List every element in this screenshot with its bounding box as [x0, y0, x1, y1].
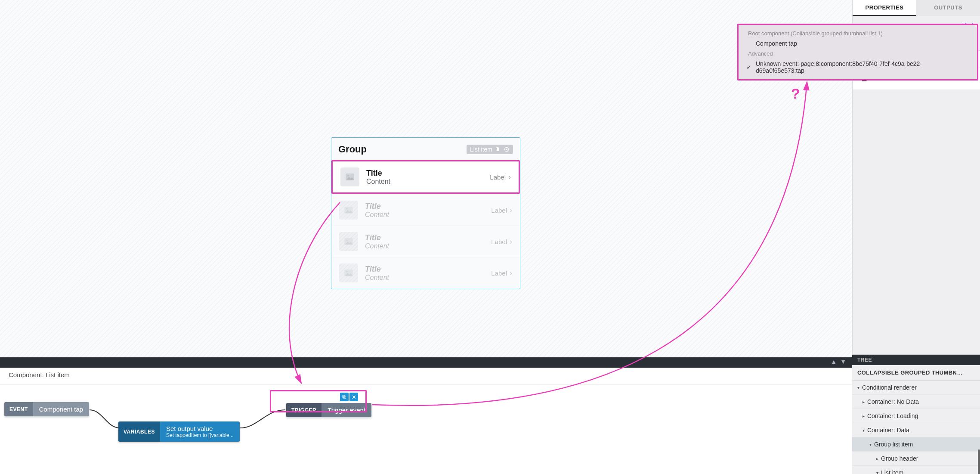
- group-title: Group: [338, 144, 367, 155]
- list-item-text: Title Content: [365, 202, 484, 219]
- list-item-text: Title Content: [366, 169, 483, 186]
- list-item-title: Title: [365, 233, 484, 242]
- list-item-title: Title: [365, 202, 484, 211]
- inspector-tabs: PROPERTIES OUTPUTS: [853, 0, 980, 16]
- list-item-label-group: Label ›: [491, 269, 512, 278]
- node-tag-trigger: TRIGGER: [286, 403, 322, 417]
- list-item-ghost[interactable]: Title Content Label ›: [331, 195, 520, 226]
- annotation-question-mark: ?: [791, 85, 800, 102]
- dropdown-item-component-tap[interactable]: ✓ Component tap: [739, 38, 977, 49]
- svg-point-6: [347, 175, 349, 176]
- chevron-up-icon[interactable]: ▲: [831, 358, 837, 365]
- list-item-label: Label: [491, 207, 507, 214]
- event-node-component-tap[interactable]: EVENT Component tap: [4, 402, 89, 416]
- trigger-node[interactable]: TRIGGER Trigger event: [286, 403, 371, 417]
- trigger-node-actions: ✕: [340, 393, 358, 401]
- list-item-content: Content: [365, 242, 484, 250]
- design-canvas[interactable]: Group List item Title Content Label: [0, 0, 852, 357]
- chevron-right-icon: ›: [510, 237, 512, 246]
- chevron-down-icon[interactable]: ▾: [857, 385, 859, 390]
- copy-icon[interactable]: [495, 146, 501, 152]
- flow-toolbar: ▲ ▼: [0, 357, 852, 368]
- list-item-label: Label: [491, 270, 507, 277]
- tree-item-group-header[interactable]: ▸ Group header: [852, 452, 980, 466]
- tree-item-conditional-renderer[interactable]: ▾ Conditional renderer: [852, 381, 980, 395]
- tree-item-container-nodata[interactable]: ▸ Container: No Data: [852, 395, 980, 409]
- svg-point-8: [346, 208, 347, 209]
- chevron-down-icon[interactable]: ▾: [876, 471, 878, 474]
- tree-item-label: Conditional renderer: [862, 384, 917, 391]
- group-card[interactable]: Group List item Title Content Label: [331, 137, 520, 289]
- tree-item-label: Container: No Data: [867, 398, 919, 405]
- list-item-label-group: Label ›: [491, 206, 512, 215]
- chevron-right-icon[interactable]: ▸: [876, 456, 878, 461]
- chevron-right-icon[interactable]: ▸: [863, 414, 865, 418]
- check-icon: ✓: [746, 64, 751, 71]
- list-item-badge[interactable]: List item: [467, 145, 513, 154]
- panel-toggle-arrows[interactable]: ▲ ▼: [831, 358, 846, 365]
- list-item-label-group: Label ›: [491, 237, 512, 246]
- flow-header: Component: List item: [0, 368, 852, 385]
- chevron-right-icon: ›: [510, 206, 512, 215]
- tree-root-title[interactable]: COLLAPSIBLE GROUPED THUMBN…: [852, 365, 980, 381]
- close-icon[interactable]: ✕: [349, 393, 358, 401]
- svg-point-12: [346, 271, 347, 272]
- tree-item-label: Container: Loading: [867, 412, 918, 419]
- dropdown-item-unknown-event[interactable]: ✓ Unknown event: page:8:component:8be75f…: [739, 59, 977, 76]
- list-item-text: Title Content: [365, 265, 484, 282]
- event-dropdown[interactable]: Root component (Collapsible grouped thum…: [737, 24, 978, 81]
- variables-sublabel: Set tappedItem to [[variable...: [166, 432, 234, 438]
- tree-panel-header: TREE: [852, 355, 980, 365]
- event-label: Component tap: [39, 406, 83, 413]
- list-item-title: Title: [365, 265, 484, 274]
- tree-list: ▾ Conditional renderer ▸ Container: No D…: [852, 381, 980, 474]
- tree-item-label: Group list item: [874, 441, 913, 448]
- scrollbar-thumb[interactable]: [978, 449, 980, 474]
- node-tag-event: EVENT: [4, 402, 33, 416]
- chevron-down-icon[interactable]: ▾: [863, 428, 865, 433]
- tree-item-label: Group header: [881, 455, 918, 462]
- tree-item-container-data[interactable]: ▾ Container: Data: [852, 423, 980, 437]
- thumbnail-icon: [339, 263, 358, 282]
- node-body: Set output value Set tappedItem to [[var…: [160, 421, 240, 442]
- duplicate-icon[interactable]: [340, 393, 349, 401]
- list-item-label: Label: [490, 173, 506, 181]
- list-item-label: Label: [491, 238, 507, 245]
- list-item-content: Content: [365, 274, 484, 282]
- trigger-label: Trigger event: [328, 406, 365, 414]
- list-item-content: Content: [365, 211, 484, 219]
- list-item-ghost[interactable]: Title Content Label ›: [331, 226, 520, 257]
- chevron-down-icon[interactable]: ▾: [869, 442, 872, 447]
- chevron-right-icon: ›: [510, 269, 512, 278]
- node-body: Trigger event: [322, 403, 371, 417]
- badge-label: List item: [470, 146, 492, 153]
- tab-outputs[interactable]: OUTPUTS: [916, 0, 980, 16]
- list-item-text: Title Content: [365, 233, 484, 250]
- tab-properties[interactable]: PROPERTIES: [853, 0, 916, 16]
- tree-item-group-list-item[interactable]: ▾ Group list item: [852, 437, 980, 452]
- thumbnail-icon: [340, 167, 359, 186]
- thumbnail-icon: [339, 201, 358, 220]
- svg-point-10: [346, 239, 347, 241]
- list-item-ghost[interactable]: Title Content Label ›: [331, 257, 520, 289]
- tree-item-container-loading[interactable]: ▸ Container: Loading: [852, 409, 980, 423]
- close-icon[interactable]: [504, 146, 510, 152]
- tree-item-list-item[interactable]: ▾ List item: [852, 466, 980, 474]
- tree-item-label: Container: Data: [867, 427, 909, 434]
- chevron-down-icon[interactable]: ▼: [840, 358, 846, 365]
- list-item-label-group: Label ›: [490, 173, 511, 182]
- list-item-active[interactable]: Title Content Label ›: [331, 160, 520, 194]
- list-item-content: Content: [366, 178, 483, 186]
- variables-node-set-output[interactable]: VARIABLES Set output value Set tappedIte…: [118, 421, 240, 442]
- chevron-right-icon: ›: [508, 173, 511, 182]
- group-header: Group List item: [331, 138, 520, 160]
- chevron-right-icon[interactable]: ▸: [863, 400, 865, 404]
- variables-label: Set output value: [166, 425, 234, 432]
- dropdown-group-label: Root component (Collapsible grouped thum…: [739, 28, 977, 38]
- node-body: Component tap: [33, 402, 90, 416]
- flow-canvas[interactable]: EVENT Component tap VARIABLES Set output…: [0, 385, 852, 471]
- dropdown-group-label: Advanced: [739, 49, 977, 59]
- logic-flow-panel[interactable]: Component: List item EVENT Component tap…: [0, 368, 852, 474]
- list-item-title: Title: [366, 169, 483, 178]
- dropdown-item-label: Component tap: [756, 40, 797, 47]
